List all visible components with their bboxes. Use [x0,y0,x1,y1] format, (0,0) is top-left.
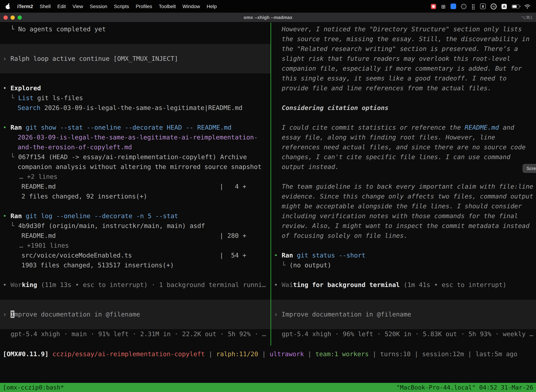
working-detail: (11m 13s • esc to interrupt) · 1 backgro… [37,281,266,288]
text-cursor: I [10,311,14,318]
menu-item-window[interactable]: Window [182,4,200,9]
omx-version: [OMX#0.11.9] [3,350,48,358]
spacer [271,241,536,250]
key-8-icon[interactable]: 8 [480,4,486,9]
more-lines-text: … +1901 lines [19,242,69,249]
omx-last: last:5m ago [475,350,517,358]
reasoning-text: changes, I can't cite specific file line… [282,153,510,160]
terminal-split: └ No agents completed yet › Ralph loop a… [0,23,536,346]
tool-args: git ls-files [34,94,83,102]
ran-verb: Ran [10,124,22,131]
output-text: (no output) [289,261,331,269]
summary-text: 2 files changed, 92 insertions(+) [21,192,147,200]
menu-item-app[interactable]: iTerm2 [17,4,33,9]
reasoning-text: of focusing solely on file lines. [282,232,407,239]
ran-verb: Ran [10,212,22,219]
menu-item-scripts[interactable]: Scripts [114,4,129,9]
stat-file: README.md [21,231,220,241]
menu-item-profiles[interactable]: Profiles [136,4,152,9]
spacer [0,201,270,211]
reasoning-text: essay file, along with finding root file… [282,134,495,141]
omx-session: session:12m [422,350,464,358]
git-show-header: • Ran git show --stat --oneline --decora… [0,123,270,132]
menu-item-help[interactable]: Help [207,4,217,9]
menu-item-toolbelt[interactable]: Toolbelt [159,4,176,9]
menu-item-edit[interactable]: Edit [57,4,66,9]
prompt-input-line[interactable]: › Improve documentation in @filename [0,309,140,319]
bullet: • [3,281,10,288]
wifi-icon[interactable] [524,4,530,9]
prompt-input-box[interactable]: › Improve documentation in @filename [0,300,270,329]
minimize-button[interactable] [10,15,15,19]
battery-icon[interactable] [512,5,519,8]
commit-text: companion analysis without altering the … [18,163,262,170]
reasoning-text: this single essay, it seems like a good … [282,75,507,82]
menu-item-shell[interactable]: Shell [40,4,51,9]
prompt-placeholder: Improve documentation in @filename [282,311,411,318]
circle-app-icon[interactable] [461,4,466,9]
commit-text: 067f154 (HEAD -> essay/ai-reimplementati… [18,153,247,160]
window-title-bar[interactable]: omx --xhigh --madmax ⌥⌘1 [0,13,536,23]
reasoning-text: companion file, especially if more comme… [282,65,522,72]
tree-branch: └ [282,261,289,269]
summary-text: 1903 files changed, 513517 insertions(+) [21,261,174,269]
working-shimmer-tail: king [22,281,37,288]
left-terminal-pane[interactable]: └ No agents completed yet › Ralph loop a… [0,23,271,346]
screen-notification[interactable]: Scre [523,164,536,173]
working-shimmer-head: Wor [10,281,22,288]
prompt-input-line[interactable]: › Improve documentation in @filename [271,309,411,319]
zoom-button[interactable] [18,15,22,19]
reasoning-text: the source tree, missing the essay. Stil… [282,35,530,42]
reasoning-line: the "Related research writing" section i… [271,44,536,54]
reasoning-text: and [499,124,514,131]
omx-team: team:1 workers [315,350,368,358]
reasoning-text: the "Related research writing" section i… [282,45,518,52]
ralph-inject-banner: › Ralph loop active continue [OMX_TMUX_I… [0,44,270,73]
prompt-input-box[interactable]: › Improve documentation in @filename [271,300,536,329]
reasoning-line: might be acceptable alongside the file l… [271,201,536,211]
git-status-header: • Ran git status --short [271,250,536,260]
screen-recording-icon[interactable] [431,4,436,9]
gauge-61-icon[interactable]: .61 [491,3,497,9]
macos-menu-bar: iTerm2 Shell Edit View Session Scripts P… [0,0,536,13]
menu-item-session[interactable]: Session [90,4,107,9]
reasoning-text: review. Also, I might want to inspect th… [282,222,530,229]
reasoning-line: references need actual files, and since … [271,142,536,152]
git-show-commit-1: └ 067f154 (HEAD -> essay/ai-reimplementa… [0,152,270,162]
spacer [0,270,270,280]
close-button[interactable] [4,15,8,19]
dots-grid-icon[interactable]: ⣿ [471,4,475,9]
git-log-command: git log --oneline --decorate -n 5 --stat [22,212,178,219]
tree-branch: └ [10,153,18,160]
spacer [0,290,270,300]
spacer [271,172,536,182]
tool-verb-search: Search [18,104,40,111]
bullet: • [3,124,10,131]
stat-file: src/voice/voiceModeEnabled.ts [21,250,220,260]
working-status-line: • Working (11m 13s • esc to interrupt) ·… [0,280,270,290]
input-source-icon[interactable]: A [502,4,507,9]
right-terminal-pane[interactable]: However, I noticed the "Directory Struct… [271,23,536,346]
reasoning-heading: Considering citation options [271,103,536,113]
omx-separator: | [369,350,380,358]
git-status-output: └ (no output) [271,260,536,270]
spacer [271,93,536,103]
omx-turns: turns:10 [380,350,411,358]
spacer [0,73,270,83]
reasoning-text: evidence. Since this change only affects… [282,192,533,200]
reasoning-text: I could cite commit statistics or refere… [282,124,464,131]
menu-item-view[interactable]: View [72,4,83,9]
space [48,350,53,358]
notification-text: Scre [526,166,536,171]
screen: iTerm2 Shell Edit View Session Scripts P… [0,0,536,392]
stat-file: README.md [21,182,220,191]
omx-separator: | [205,350,216,358]
omx-status-bar: [OMX#0.11.9] cczip/essay/ai-reimplementa… [0,349,536,359]
spacer [0,113,270,123]
blue-app-icon[interactable] [450,4,456,9]
traffic-lights [0,15,22,19]
apple-menu-icon[interactable] [6,4,10,9]
model-status-text: gpt-5.4 xhigh · 96% left · 520K in · 5.8… [282,330,533,338]
grid-app-icon[interactable]: ⊞ [441,4,446,9]
explored-list-line: └ List git ls-files [0,93,270,103]
